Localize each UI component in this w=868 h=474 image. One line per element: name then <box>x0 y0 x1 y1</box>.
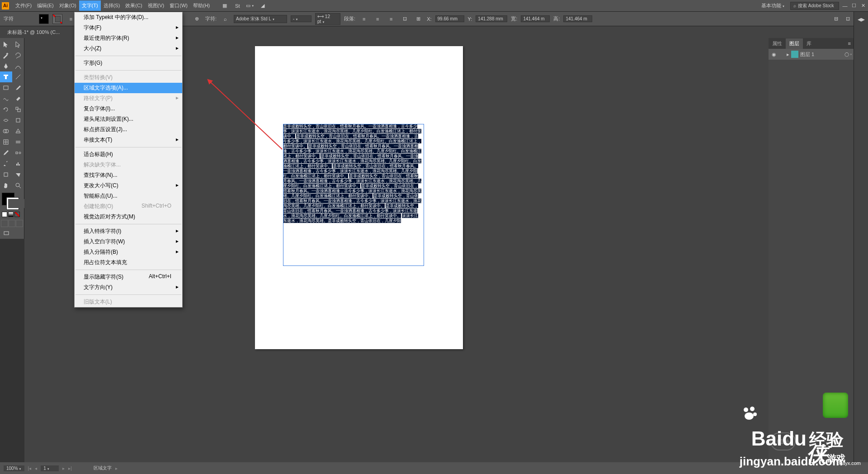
panel-dock-edge[interactable] <box>854 26 868 462</box>
eraser-tool[interactable] <box>12 93 24 104</box>
menu-item[interactable]: 最近使用的字体(R)▸ <box>75 33 182 43</box>
zoom-level[interactable]: 100% <box>4 465 24 471</box>
eyedropper-tool[interactable] <box>0 147 12 158</box>
align-right-icon[interactable]: ≡ <box>386 14 396 24</box>
shape-builder-tool[interactable] <box>0 126 12 137</box>
prefs-icon[interactable]: ⊡ <box>843 14 853 24</box>
menu-item[interactable]: 显示隐藏字符(S)Alt+Ctrl+I <box>75 272 182 282</box>
x-value[interactable]: 99.66 mm <box>435 15 464 22</box>
panel-menu-icon[interactable]: ≡ <box>848 41 851 46</box>
menu-item[interactable]: 用占位符文本填充 <box>75 257 182 268</box>
zoom-tool[interactable] <box>12 180 24 191</box>
panel-tab-properties[interactable]: 属性 <box>769 38 786 49</box>
lasso-tool[interactable] <box>12 50 24 61</box>
char-panel-label[interactable]: 字符 <box>4 15 14 22</box>
text-frame[interactable]: 是非成败转头空，青山依旧在，惯看秋月春风。一壶浊酒喜相逢，古今多少事，滚滚长江东… <box>283 124 421 223</box>
status-menu-icon[interactable]: ▸ <box>115 466 118 471</box>
ref-point-icon[interactable]: ⊞ <box>413 14 423 24</box>
layer-name[interactable]: 图层 1 <box>800 51 814 58</box>
menu-item[interactable]: 插入特殊字符(I)▸ <box>75 226 182 237</box>
scale-tool[interactable] <box>12 104 24 115</box>
menu-item[interactable]: 区域文字选项(A)... <box>75 83 182 93</box>
menu-item[interactable]: 文字方向(Y)▸ <box>75 282 182 293</box>
menu-view[interactable]: 视图(V) <box>145 0 167 11</box>
menu-item[interactable]: 大小(Z)▸ <box>75 43 182 54</box>
gradient-tool[interactable] <box>12 137 24 147</box>
align-center-icon[interactable]: ≡ <box>373 14 382 24</box>
line-tool[interactable] <box>12 71 24 82</box>
expand-icon[interactable]: ▸ <box>787 52 789 57</box>
h-value[interactable]: 141.464 m <box>563 15 592 22</box>
menu-effect[interactable]: 效果(C) <box>123 0 145 11</box>
menu-item[interactable]: 串接文本(T)▸ <box>75 135 182 145</box>
panel-tab-libraries[interactable]: 库 <box>803 38 815 49</box>
menu-help[interactable]: 帮助(H) <box>190 0 212 11</box>
menu-item[interactable]: 视觉边距对齐方式(M) <box>75 212 182 222</box>
shaper-tool[interactable] <box>0 93 12 104</box>
fill-swatch[interactable] <box>39 14 49 24</box>
setup-icon[interactable]: ⊟ <box>831 14 841 24</box>
graph-tool[interactable] <box>12 158 24 169</box>
curvature-tool[interactable] <box>12 61 24 71</box>
artboard-nav[interactable]: 1 <box>41 465 59 471</box>
perspective-tool[interactable] <box>12 126 24 137</box>
workspace-switcher[interactable]: 基本功能 <box>759 0 788 11</box>
target-icon[interactable]: ◯ ▫ <box>844 52 852 57</box>
search-adobe-stock[interactable]: ⌕搜索 Adobe Stock <box>790 2 839 10</box>
menu-item[interactable]: 复合字体(I)... <box>75 104 182 114</box>
menu-item[interactable]: 字体(F)▸ <box>75 23 182 33</box>
minimize-button[interactable]: — <box>842 3 848 9</box>
bridge-icon[interactable]: ▦ <box>220 1 230 11</box>
free-transform-tool[interactable] <box>12 115 24 126</box>
stroke-swatch[interactable] <box>52 14 62 24</box>
pen-tool[interactable] <box>0 61 12 71</box>
menu-file[interactable]: 文件(F) <box>13 0 34 11</box>
blend-tool[interactable] <box>12 147 24 158</box>
rectangle-tool[interactable] <box>0 82 12 93</box>
menu-item[interactable]: 查找字体(N)... <box>75 170 182 180</box>
gpu-icon[interactable]: ◢ <box>258 1 268 11</box>
hand-tool[interactable] <box>0 180 12 191</box>
fill-stroke-indicator[interactable] <box>0 191 24 219</box>
first-page-icon[interactable]: |◂ <box>28 466 32 471</box>
menu-item[interactable]: 适合标题(H) <box>75 149 182 160</box>
font-search-icon[interactable]: ⌕ <box>220 14 230 24</box>
stock-icon[interactable]: St <box>232 1 242 11</box>
draw-mode[interactable] <box>0 219 24 228</box>
document-tab[interactable]: 未标题-1* @ 100% (C... <box>4 27 63 38</box>
artboard-tool[interactable] <box>0 169 12 180</box>
symbol-tool[interactable] <box>0 158 12 169</box>
menu-object[interactable]: 对象(O) <box>57 0 79 11</box>
menu-type[interactable]: 文字(T) <box>79 0 101 11</box>
slice-tool[interactable] <box>12 169 24 180</box>
visibility-icon[interactable]: ◉ <box>770 52 778 57</box>
mesh-tool[interactable] <box>0 137 12 147</box>
arrange-icon[interactable]: ▭ <box>245 1 255 11</box>
prev-page-icon[interactable]: ◂ <box>35 466 37 471</box>
direct-selection-tool[interactable] <box>12 39 24 50</box>
align-left-icon[interactable]: ≡ <box>359 14 369 24</box>
menu-item[interactable]: 避头尾法则设置(K)... <box>75 114 182 124</box>
menu-edit[interactable]: 编辑(E) <box>34 0 57 11</box>
menu-item[interactable]: 字形(G) <box>75 58 182 68</box>
menu-select[interactable]: 选择(S) <box>101 0 123 11</box>
menu-item[interactable]: 标点挤压设置(J)... <box>75 124 182 135</box>
menu-item[interactable]: 添加 Typekit 中的字体(D)... <box>75 12 182 23</box>
menu-item[interactable]: 插入空白字符(W)▸ <box>75 237 182 247</box>
paintbrush-tool[interactable] <box>12 82 24 93</box>
magic-wand-tool[interactable] <box>0 50 12 61</box>
menu-item[interactable]: 智能标点(U)... <box>75 191 182 201</box>
font-style[interactable]: - <box>291 15 311 22</box>
panel-tab-layers[interactable]: 图层 <box>786 38 803 49</box>
close-button[interactable]: ✕ <box>860 3 866 9</box>
maximize-button[interactable]: ☐ <box>851 3 857 9</box>
menu-item[interactable]: 插入分隔符(B)▸ <box>75 247 182 257</box>
font-size[interactable]: ⟷ 12 pt <box>315 13 340 25</box>
rotate-tool[interactable] <box>0 104 12 115</box>
dock-collapse-icon[interactable]: ◂▸ <box>854 12 868 26</box>
layer-row[interactable]: ◉ ▸ 图层 1 ◯ ▫ <box>769 49 854 60</box>
w-value[interactable]: 141.464 m <box>521 15 550 22</box>
y-value[interactable]: 141.288 mm <box>476 15 507 22</box>
transform-icon[interactable]: ⊡ <box>400 14 410 24</box>
next-page-icon[interactable]: ▸ <box>62 466 65 471</box>
